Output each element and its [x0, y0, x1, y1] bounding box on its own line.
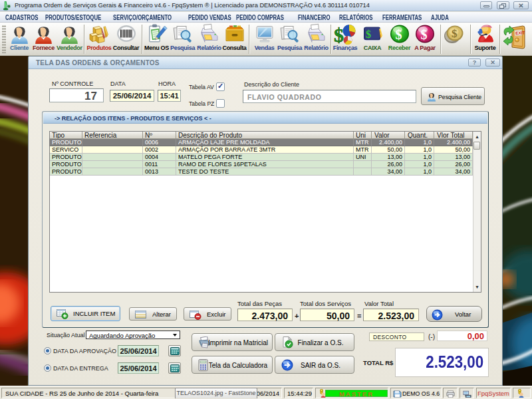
- controle-field[interactable]: 17: [49, 88, 104, 102]
- entrega-calendar-button[interactable]: [168, 362, 181, 374]
- radio-dot-icon: [46, 349, 49, 352]
- sair-os-button[interactable]: SAIR da O.S.: [275, 356, 354, 374]
- pesquisa-cliente-button[interactable]: Pesquisa Cliente: [421, 87, 485, 105]
- seller-person-icon: [59, 23, 80, 45]
- scroll-up-icon[interactable]: ▲: [473, 132, 481, 142]
- items-panel: -> RELAÇÃO DOS ITENS - PRODUTOS E SERVIÇ…: [42, 111, 489, 328]
- scrollbar-thumb[interactable]: [473, 142, 480, 150]
- table-row[interactable]: SERVICO 0002 ARMAÇÃO POR BARRA ATE 3MTR …: [50, 146, 473, 154]
- situacao-label: Situação Atual: [47, 332, 85, 338]
- imprimir-matricial-button[interactable]: Imprimir na Matricial: [192, 333, 273, 351]
- close-button[interactable]: ✕: [513, 1, 529, 9]
- hora-field[interactable]: 15:41: [158, 90, 181, 102]
- toolbar-receber-button[interactable]: $ Receber: [386, 23, 412, 55]
- incluir-item-button[interactable]: INCLUIR ITEM: [51, 306, 120, 321]
- entrega-radio[interactable]: [44, 364, 51, 372]
- column-header-vlor-total[interactable]: Vlor Total: [434, 132, 473, 139]
- cliente-field[interactable]: FLAVIO QUADRADO: [243, 90, 416, 103]
- barcode-icon: [115, 23, 138, 45]
- toolbar-menu-os-button[interactable]: Menu OS: [144, 23, 169, 55]
- toolbar-consultar-button[interactable]: Consultar: [112, 23, 140, 55]
- column-header-descricao[interactable]: Descrição do Produto: [176, 132, 354, 139]
- toolbar-a-pagar-button[interactable]: $ A Pagar: [412, 23, 438, 55]
- column-header-tipo[interactable]: Tipo: [50, 132, 82, 139]
- toolbar-caixa-button[interactable]: $ CAIXA: [360, 23, 385, 55]
- menu-ajuda[interactable]: AJUDA: [431, 14, 449, 21]
- menu-servico-orcamento[interactable]: SERVIÇO/ORÇAMENTO: [113, 14, 172, 21]
- status-printer[interactable]: [443, 388, 458, 398]
- toolbar-produtos-button[interactable]: Produtos: [86, 23, 112, 55]
- column-header-quant[interactable]: Quant.: [405, 132, 434, 139]
- svg-text:$: $: [452, 27, 458, 40]
- svg-text:EXIT: EXIT: [515, 30, 525, 35]
- table-scrollbar[interactable]: ▲ ▼: [473, 132, 481, 292]
- scroll-down-icon[interactable]: ▼: [473, 282, 481, 292]
- table-body: PRODUTO 0006 ARMAÇÃO LAJE PRE MOLDADA MT…: [50, 139, 481, 176]
- orders-window-title: TELA DAS ORDENS & ORÇAMENTOS: [36, 59, 160, 66]
- svg-text:$: $: [421, 27, 428, 42]
- tabela-pz-checkbox[interactable]: [216, 99, 225, 108]
- tabela-av-checkbox[interactable]: ✓: [216, 82, 225, 91]
- toolbar-separator: [249, 25, 250, 54]
- window-title: Programa Ordem de Serviços Gerais & Fina…: [15, 2, 370, 9]
- minimize-button[interactable]: [480, 1, 492, 9]
- toolbar-relatorio-vendas-button[interactable]: Relatório: [303, 23, 329, 55]
- toolbar-consulta-os-button[interactable]: Consulta: [222, 23, 247, 55]
- toolbar-financas-button[interactable]: $ Finanças: [332, 23, 358, 55]
- menu-produtos-estoque[interactable]: PRODUTOS/ESTOQUE: [45, 14, 101, 21]
- menu-cadastros[interactable]: CADASTROS: [5, 14, 38, 21]
- total-rs-value: 2.523,00: [395, 348, 489, 377]
- excluir-button[interactable]: Excluir: [184, 307, 231, 321]
- toolbar-grip[interactable]: [2, 25, 6, 53]
- toolbar-vendedor-button[interactable]: Vendedor: [57, 23, 82, 55]
- toolbar-suporte-button[interactable]: Suporte: [473, 23, 497, 55]
- restore-button[interactable]: [497, 1, 509, 9]
- back-arrow-orb-icon: [432, 309, 443, 321]
- menu-ferramentas[interactable]: FERRAMENTAS: [382, 14, 422, 21]
- finalizar-os-button[interactable]: Finalizar a O.S.: [275, 333, 354, 351]
- menu-pedido-vendas[interactable]: PEDIDO VENDAS: [188, 14, 231, 21]
- desconto-minus-label: (-): [428, 333, 435, 340]
- orders-window-titlebar[interactable]: TELA DAS ORDENS & ORÇAMENTOS ? ✕: [29, 57, 502, 69]
- os-titlebar: Programa Ordem de Serviços Gerais & Fina…: [0, 0, 532, 11]
- toolbar-pesquisa-vendas-button[interactable]: Pesquisa: [277, 23, 302, 55]
- toolbar-vendas-button[interactable]: Vendas: [252, 23, 277, 55]
- toolbar-cliente-button[interactable]: Cliente: [7, 23, 31, 55]
- toolbar-pesquisa-os-button[interactable]: Pesquisa: [170, 23, 195, 55]
- entrega-label: DATA DA ENTREGA: [53, 365, 108, 372]
- help-button[interactable]: ?: [468, 59, 481, 66]
- toolbar-exit-button[interactable]: EXIT: [502, 23, 527, 55]
- column-header-referencia[interactable]: Referencia: [82, 132, 143, 139]
- aprovacao-radio[interactable]: [44, 347, 51, 354]
- toolbar-moeda-button[interactable]: $: [442, 23, 466, 55]
- column-header-uni[interactable]: Uni: [354, 132, 372, 139]
- table-row[interactable]: PRODUTO 0013 TESTE DO TESTE 34,00 1,0 34…: [50, 168, 473, 176]
- calculadora-button[interactable]: Tela da Calculadora: [192, 356, 273, 374]
- menu-relatorios[interactable]: RELATÓRIOS: [339, 14, 373, 21]
- toolbar-relatorio-os-button[interactable]: Relatório: [196, 23, 222, 55]
- toolbar-fornecedor-button[interactable]: Fornece: [31, 23, 56, 55]
- menu-financeiro[interactable]: FINANCEIRO: [298, 14, 331, 21]
- desconto-field[interactable]: DESCONTO: [369, 332, 424, 341]
- column-header-numero[interactable]: Nº: [143, 132, 176, 139]
- table-row[interactable]: PRODUTO 0011 RAMO DE FLORES 16PETALAS 26…: [50, 161, 473, 168]
- aprovacao-date-field[interactable]: 25/06/2014: [118, 345, 159, 356]
- faststone-window-title[interactable]: TELAOS1024.jpg - FastStone: [175, 388, 257, 398]
- situacao-dropdown[interactable]: Aguardando Aprovação: [86, 331, 180, 339]
- data-field[interactable]: 25/06/2014: [110, 90, 154, 102]
- window-close-button[interactable]: ✕: [485, 59, 500, 66]
- svg-text:$: $: [334, 24, 344, 46]
- table-row[interactable]: PRODUTO 0006 ARMAÇÃO LAJE PRE MOLDADA MT…: [50, 139, 473, 146]
- voltar-button[interactable]: Voltar: [426, 306, 482, 322]
- radio-dot-icon: [46, 366, 49, 370]
- close-icon: ✕: [514, 2, 528, 9]
- menu-pedido-compras[interactable]: PEDIDO COMPRAS: [236, 14, 284, 21]
- window-close-icon: ✕: [490, 59, 495, 66]
- column-header-valor[interactable]: Valor: [372, 132, 405, 139]
- printer-report-icon: [198, 23, 221, 45]
- alterar-button[interactable]: Alterar: [129, 307, 177, 321]
- entrega-date-field[interactable]: 25/06/2014: [118, 362, 159, 374]
- table-row[interactable]: PRODUTO 0004 MATELO PEGA FORTE UNI 13,00…: [50, 154, 473, 161]
- aprovacao-calendar-button[interactable]: [168, 345, 181, 356]
- status-network[interactable]: [460, 388, 474, 398]
